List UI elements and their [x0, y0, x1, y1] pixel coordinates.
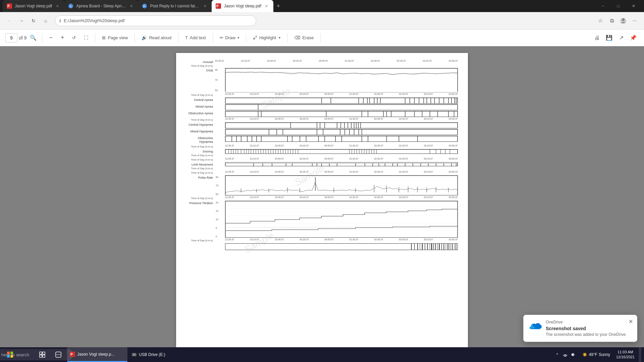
svg-rect-148 [253, 163, 254, 166]
time-6: 02:05:37 [371, 60, 380, 62]
pdf-content[interactable]: Sample Sample Sample Arousal Time of Day… [0, 46, 644, 347]
profile-icon[interactable] [618, 15, 629, 26]
tab-2-close[interactable]: ✕ [128, 3, 134, 9]
zoom-in-button[interactable]: + [57, 33, 68, 43]
taskbar-search-button[interactable] [19, 347, 34, 362]
highlight-label: Highlight [259, 35, 276, 40]
print-button[interactable]: 🖨 [592, 33, 602, 43]
tab-4-close[interactable]: ✕ [264, 3, 269, 9]
pdf-search-icon[interactable]: 🔍 [28, 33, 39, 43]
tab-4[interactable]: P Jason Vogt sleep.pdf ✕ [212, 0, 273, 12]
svg-rect-191 [436, 187, 436, 192]
svg-rect-140 [374, 149, 374, 154]
svg-rect-144 [440, 149, 441, 154]
pulse-y-70: 70 [216, 184, 218, 187]
time-axis-1: 22:35:3723:10:3723:45:3700:20:3700:55:37… [225, 93, 458, 95]
erase-button[interactable]: ⌫ Erase [291, 33, 317, 43]
svg-rect-147 [225, 163, 458, 166]
obstructive-apnea-section: Obstructive Apnea [186, 111, 458, 117]
onedrive-close-button[interactable]: ✕ [629, 318, 633, 325]
time-8: 03:15:37 [423, 60, 432, 62]
svg-rect-120 [275, 149, 276, 154]
refresh-button[interactable]: ↻ [28, 15, 39, 26]
settings-icon[interactable]: ··· [629, 15, 640, 26]
svg-rect-108 [247, 149, 247, 154]
page-view-button[interactable]: ⊞ Page view [99, 33, 131, 43]
share-button[interactable]: ↗ [616, 33, 627, 43]
minimize-button[interactable]: − [595, 0, 610, 12]
svg-rect-92 [324, 136, 325, 142]
pulse-rate-chart: 90 70 50 [215, 175, 458, 195]
svg-rect-206 [427, 244, 428, 250]
close-button[interactable]: ✕ [626, 0, 641, 12]
svg-rect-13 [331, 98, 331, 104]
save-button[interactable]: 💾 [604, 33, 614, 43]
svg-rect-55 [317, 123, 317, 128]
read-aloud-icon: 🔊 [142, 35, 147, 40]
time-axis-container-7: 22:35:3723:10:3723:45:3700:20:3700:55:37… [215, 238, 458, 242]
svg-rect-209 [433, 244, 434, 250]
svg-rect-29 [439, 98, 439, 104]
time-label-6: Time of Day (h:m:s) [186, 196, 213, 200]
read-aloud-button[interactable]: 🔊 Read aloud [138, 33, 175, 43]
back-button[interactable]: ← [4, 15, 15, 26]
svg-rect-66 [360, 123, 361, 128]
svg-rect-182 [315, 177, 316, 191]
forward-button[interactable]: → [16, 15, 27, 26]
tab-2[interactable]: A Apnea Board - Sleep Apnea disc... ✕ [64, 0, 138, 12]
tab-3-close[interactable]: ✕ [202, 3, 208, 9]
obstructive-apnea-chart [215, 111, 458, 117]
pressure-titration-chart: 20 15 10 5 0 [215, 201, 458, 238]
address-bar[interactable]: ℹ E:/Jason%20Vogt%20sleep.pdf [55, 15, 256, 26]
show-desktop-button[interactable] [639, 347, 641, 362]
svg-rect-20 [380, 98, 380, 104]
taskbar-app-pdf[interactable]: P Jason Vogt sleep.p... [67, 347, 127, 362]
time-axis-container-1: 22:35:3723:10:3723:45:3700:20:3700:55:37… [215, 93, 458, 96]
svg-rect-165 [405, 163, 405, 166]
page-number-input[interactable] [5, 33, 17, 43]
time-axis-row-7: Time of Day (h:m:s) 22:35:3723:10:3723:4… [186, 238, 458, 242]
svg-rect-155 [321, 163, 322, 166]
tray-icons-expand[interactable]: ^ [554, 352, 560, 358]
svg-rect-43 [383, 111, 384, 117]
tray-network-icon[interactable] [562, 352, 568, 358]
tab-1-close[interactable]: ✕ [55, 3, 60, 9]
tab-3[interactable]: P Post Reply to I cannot fall aslee... ✕ [138, 0, 212, 12]
weather-widget[interactable]: ☀️ 49°F Sunny [580, 352, 612, 357]
svg-rect-70 [283, 129, 283, 135]
tray-sound-icon[interactable] [570, 352, 576, 358]
osat-y-50: 50 [215, 89, 218, 92]
svg-rect-180 [287, 187, 288, 192]
svg-rect-112 [256, 149, 256, 154]
highlight-button[interactable]: 🖍 Highlight ▾ [250, 33, 284, 43]
draw-button[interactable]: ✏ Draw ▾ [216, 33, 243, 43]
svg-rect-149 [263, 163, 263, 166]
time-axis-row-3: Time of Day (h:m:s) 22:35:3723:10:3723:4… [186, 144, 458, 148]
svg-rect-57 [324, 123, 325, 128]
svg-rect-217 [450, 244, 450, 250]
pulse-rate-label: Pulse Rate [186, 176, 213, 180]
zoom-out-button[interactable]: − [46, 33, 56, 43]
pin-button[interactable]: 📌 [628, 33, 639, 43]
tod-label-2: Time of Day (h:m:s) [186, 118, 213, 121]
taskbar-app-usb[interactable]: USB Drive (E:) [129, 347, 189, 362]
home-button[interactable]: ⌂ [40, 15, 51, 26]
fit-button[interactable]: ⛶ [80, 33, 92, 43]
toolbar-separator-4 [178, 33, 178, 43]
favorites-icon[interactable]: ☆ [595, 15, 606, 26]
new-tab-button[interactable]: + [273, 1, 283, 11]
task-view-button[interactable] [35, 347, 50, 362]
maximize-button[interactable]: □ [610, 0, 626, 12]
bottom-bar [225, 243, 458, 250]
datetime-display[interactable]: 11:03 AM 12/16/2021 [613, 350, 637, 360]
tab-1[interactable]: P Jason Vogt sleep.pdf ✕ [3, 0, 64, 12]
add-text-button[interactable]: T Add text [182, 33, 209, 43]
svg-rect-58 [337, 123, 337, 128]
svg-rect-28 [434, 98, 435, 104]
rotate-button[interactable]: ↺ [69, 33, 79, 43]
svg-rect-133 [357, 149, 357, 154]
taskbar-right: ^ ☀️ 49°F Sunny 11:03 AM 12/16/2021 [551, 347, 641, 362]
collections-icon[interactable]: ⧉ [606, 15, 617, 26]
widgets-button[interactable] [51, 347, 66, 362]
svg-rect-215 [446, 244, 446, 250]
